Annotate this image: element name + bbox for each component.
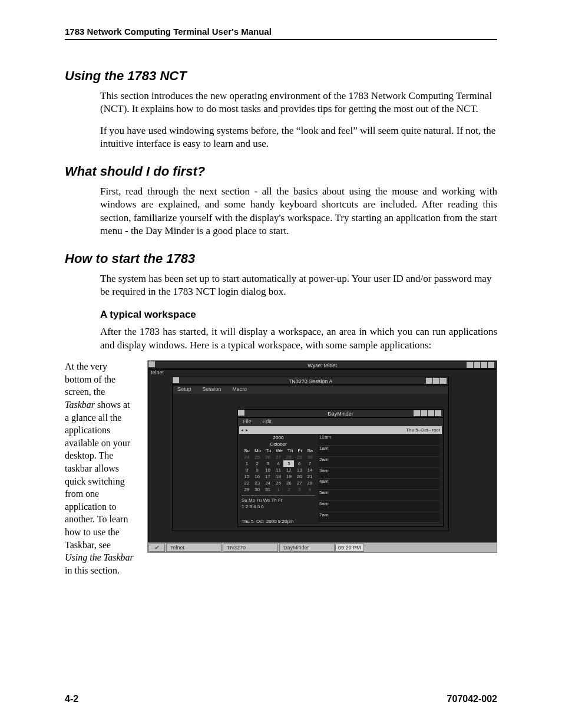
schedule-column: 12am 1am 2am 3am 4am 5am 6am 7am xyxy=(318,434,439,523)
week-tabs: Su Mo Tu We Th Fr 1 2 3 4 5 6 xyxy=(242,495,315,510)
dayminder-title: DayMinder xyxy=(328,410,353,418)
cap-em1: Taskbar xyxy=(65,400,95,410)
taskbar-telnet: Telnet xyxy=(166,543,222,552)
minimize-icon xyxy=(426,378,432,384)
cal-day: 30 xyxy=(252,486,263,493)
dayminder-titlebar: DayMinder xyxy=(237,409,444,417)
dow: Fr xyxy=(298,447,303,454)
taskbar-dayminder: DayMinder xyxy=(279,543,335,552)
dow: We xyxy=(276,447,283,454)
nav-prev-icon: ◂ xyxy=(241,427,243,433)
cal-day: 15 xyxy=(242,473,252,480)
cal-day: 8 xyxy=(242,467,252,473)
dow: Sa xyxy=(307,447,313,454)
menu-file: File xyxy=(238,418,256,425)
document-number: 707042-002 xyxy=(447,694,497,704)
cap-em2: Using the Taskbar xyxy=(65,552,134,562)
tn3270-title: TN3270 Session A xyxy=(289,377,333,386)
start-button: ✔ xyxy=(148,543,165,552)
minimize-icon xyxy=(414,410,420,416)
cal-day: 4 xyxy=(273,460,284,467)
tn3270-menubar: Setup Session Macro xyxy=(173,386,448,394)
maximize-icon xyxy=(428,410,434,416)
cal-day: 2 xyxy=(252,460,263,467)
maximize-icon xyxy=(481,362,487,368)
cal-day: 12 xyxy=(283,467,294,473)
cal-day: 1 xyxy=(242,460,252,467)
nav-next-icon: ▸ xyxy=(246,427,248,433)
cal-day: 24 xyxy=(263,480,273,486)
page-footer: 4-2 707042-002 xyxy=(65,694,497,704)
calendar: 2000 October Su Mo Tu We Th Fr Sa 242 xyxy=(242,434,315,510)
cal-grid: 24252627282930 1234567 891011121314 1516… xyxy=(242,454,315,493)
cal-day: 17 xyxy=(263,473,273,480)
cal-day: 14 xyxy=(305,467,315,473)
menu-session: Session xyxy=(197,386,226,393)
cal-day: 31 xyxy=(263,486,273,493)
dayminder-toolbar: ◂ ▸ Thu 5–Oct– root xyxy=(239,426,442,434)
running-header: 1783 Network Computing Terminal User's M… xyxy=(65,27,497,40)
cal-day: 6 xyxy=(294,460,305,467)
cal-day: 9 xyxy=(252,467,263,473)
telnet-body: telnet TN3270 Session A Setup Session Ma… xyxy=(148,369,497,543)
hour-row: 4am xyxy=(318,479,439,490)
week-num: 1 2 3 4 5 6 xyxy=(242,503,315,510)
cal-day: 10 xyxy=(263,467,273,473)
cal-day: 3 xyxy=(263,460,273,467)
cal-day: 20 xyxy=(294,473,305,480)
cal-day: 19 xyxy=(283,473,294,480)
cal-day: 4 xyxy=(305,486,315,493)
cal-day: 11 xyxy=(273,467,284,473)
cal-year: 2000 xyxy=(242,434,315,441)
hour-row: 12am xyxy=(318,434,439,446)
dayminder-menubar: File Edit xyxy=(238,418,443,426)
heading-how-start: How to start the 1783 xyxy=(65,251,497,266)
cal-day: 28 xyxy=(283,454,294,460)
cap-t2: shows at a glance all the applications a… xyxy=(65,400,130,550)
telnet-title: Wyse: telnet xyxy=(308,361,336,370)
close-icon xyxy=(488,362,494,368)
cal-day: 23 xyxy=(252,480,263,486)
cap-t3: in this section. xyxy=(65,565,120,575)
para-s3s1-1: After the 1783 has started, it will disp… xyxy=(100,325,497,352)
toolbar-date: Thu 5–Oct– root xyxy=(406,427,440,433)
cal-day: 27 xyxy=(273,454,284,460)
cal-day: 2 xyxy=(283,486,294,493)
para-s1-2: If you have used windowing systems befor… xyxy=(100,124,497,151)
dayminder-status: Thu 5–Oct–2000 9:20pm xyxy=(242,519,294,524)
cal-day: 24 xyxy=(242,454,252,460)
restore-icon xyxy=(474,362,480,368)
taskbar-clock: 09:20 PM xyxy=(335,543,364,552)
close-icon xyxy=(435,410,441,416)
window-menu-icon xyxy=(173,377,179,383)
hour-row: 7am xyxy=(318,512,439,523)
cal-month: October xyxy=(242,441,315,447)
cal-day: 26 xyxy=(263,454,273,460)
heading-using-1783-nct: Using the 1783 NCT xyxy=(65,68,497,84)
dow: Tu xyxy=(266,447,271,454)
cal-day: 29 xyxy=(242,486,252,493)
para-s3-1: The system has been set up to start auto… xyxy=(100,272,497,299)
cal-day: 1 xyxy=(273,486,284,493)
page-number: 4-2 xyxy=(65,694,78,704)
cal-day: 28 xyxy=(305,480,315,486)
hour-row: 1am xyxy=(318,446,439,457)
cal-dow: Su Mo Tu We Th Fr Sa xyxy=(242,447,315,454)
telnet-titlebar: Wyse: telnet xyxy=(148,361,497,369)
cal-day: 27 xyxy=(294,480,305,486)
cal-day: 3 xyxy=(294,486,305,493)
tn3270-body: Setup Session Macro DayMinder File Edit xyxy=(172,385,449,531)
window-menu-icon xyxy=(238,410,244,416)
cal-day: 26 xyxy=(283,480,294,486)
hour-row: 5am xyxy=(318,490,439,501)
cal-day: 13 xyxy=(294,467,305,473)
menu-setup: Setup xyxy=(173,386,196,393)
cal-day: 16 xyxy=(252,473,263,480)
minimize-icon xyxy=(467,362,473,368)
cal-day: 29 xyxy=(294,454,305,460)
maximize-icon xyxy=(433,378,439,384)
dow: Mo xyxy=(254,447,261,454)
cap-t1: At the very bottom of the screen, the xyxy=(65,361,115,397)
workspace-screenshot: Wyse: telnet telnet TN3270 Session A Set… xyxy=(147,360,497,553)
cal-day: 25 xyxy=(273,480,284,486)
